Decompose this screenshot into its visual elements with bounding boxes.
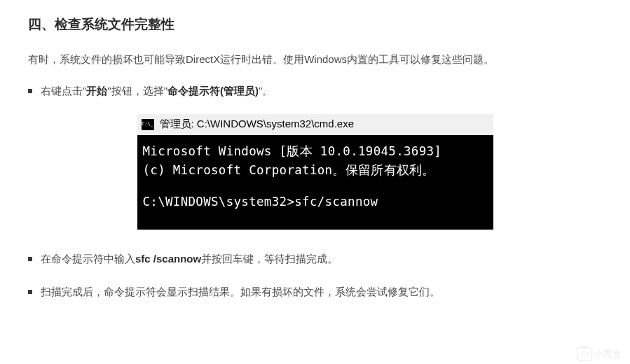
- cmd-output-line: (c) Microsoft Corporation。保留所有权利。: [143, 161, 486, 180]
- cmd-command-line: C:\WINDOWS\system32>sfc/scannow: [143, 192, 486, 211]
- list-item: 扫描完成后，命令提示符会显示扫描结果。如果有损坏的文件，系统会尝试修复它们。: [28, 282, 602, 301]
- instruction-list-continued: 在命令提示符中输入sfc /scannow并按回车键，等待扫描完成。 扫描完成后…: [28, 249, 602, 301]
- watermark-text: 小黑盒: [594, 348, 622, 360]
- cmd-output-line: Microsoft Windows [版本 10.0.19045.3693]: [143, 142, 486, 161]
- cmd-titlebar: 管理员: C:\WINDOWS\system32\cmd.exe: [137, 114, 493, 135]
- cmd-blank-line: [143, 180, 486, 192]
- text-segment: 右键点击": [41, 85, 86, 97]
- cmd-prompt-icon: [142, 119, 154, 130]
- intro-paragraph: 有时，系统文件的损坏也可能导致DirectX运行时出错。使用Windows内置的…: [28, 50, 602, 69]
- watermark: 小黑盒: [577, 347, 622, 361]
- cmd-title-text: 管理员: C:\WINDOWS\system32\cmd.exe: [160, 118, 355, 131]
- text-segment: 并按回车键，等待扫描完成。: [201, 253, 338, 265]
- bold-text: sfc /scannow: [135, 253, 201, 265]
- bold-text: 命令提示符(管理员): [167, 85, 259, 97]
- watermark-icon: [577, 347, 591, 361]
- cmd-window-wrapper: 管理员: C:\WINDOWS\system32\cmd.exe Microso…: [28, 114, 602, 230]
- cmd-window: 管理员: C:\WINDOWS\system32\cmd.exe Microso…: [137, 114, 493, 230]
- bold-text: 开始: [86, 85, 107, 97]
- text-segment: 在命令提示符中输入: [41, 253, 135, 265]
- list-item: 在命令提示符中输入sfc /scannow并按回车键，等待扫描完成。: [28, 249, 602, 268]
- list-item: 右键点击"开始"按钮，选择"命令提示符(管理员)"。: [28, 81, 602, 100]
- text-segment: "。: [259, 85, 273, 97]
- instruction-list: 右键点击"开始"按钮，选择"命令提示符(管理员)"。: [28, 81, 602, 100]
- cmd-body: Microsoft Windows [版本 10.0.19045.3693] (…: [137, 135, 493, 230]
- text-segment: "按钮，选择": [107, 85, 167, 97]
- section-heading: 四、检查系统文件完整性: [28, 15, 602, 34]
